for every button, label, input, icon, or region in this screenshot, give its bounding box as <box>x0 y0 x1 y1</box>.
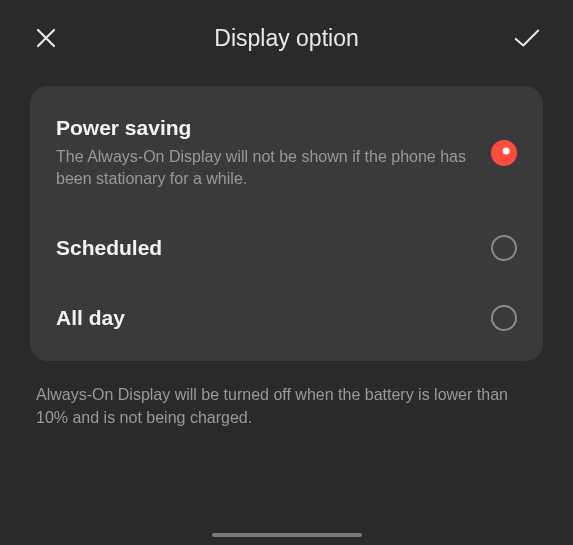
option-text: Scheduled <box>56 236 491 260</box>
footer-note: Always-On Display will be turned off whe… <box>0 361 573 429</box>
option-power-saving[interactable]: Power saving The Always-On Display will … <box>30 94 543 213</box>
option-scheduled[interactable]: Scheduled <box>30 213 543 283</box>
option-text: All day <box>56 306 491 330</box>
option-description: The Always-On Display will not be shown … <box>56 146 471 191</box>
option-title: Power saving <box>56 116 471 140</box>
option-title: All day <box>56 306 471 330</box>
page-title: Display option <box>214 25 358 52</box>
home-indicator[interactable] <box>212 533 362 537</box>
header: Display option <box>0 0 573 72</box>
close-icon[interactable] <box>32 24 60 52</box>
option-text: Power saving The Always-On Display will … <box>56 116 491 191</box>
radio-unselected-icon[interactable] <box>491 305 517 331</box>
option-all-day[interactable]: All day <box>30 283 543 353</box>
radio-selected-icon[interactable] <box>491 140 517 166</box>
confirm-icon[interactable] <box>513 24 541 52</box>
options-card: Power saving The Always-On Display will … <box>30 86 543 361</box>
option-title: Scheduled <box>56 236 471 260</box>
radio-unselected-icon[interactable] <box>491 235 517 261</box>
